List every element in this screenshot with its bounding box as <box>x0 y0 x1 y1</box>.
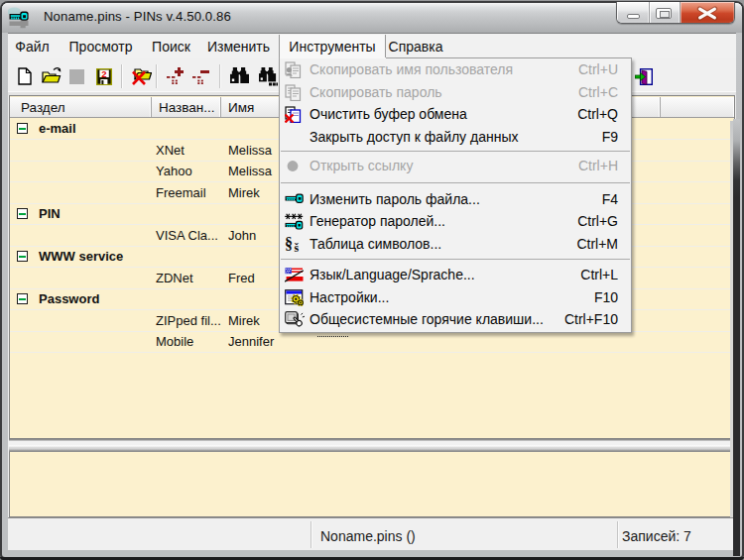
svg-text:š: š <box>295 241 300 254</box>
svg-text:2: 2 <box>101 68 106 79</box>
svg-text:§: § <box>285 235 293 252</box>
